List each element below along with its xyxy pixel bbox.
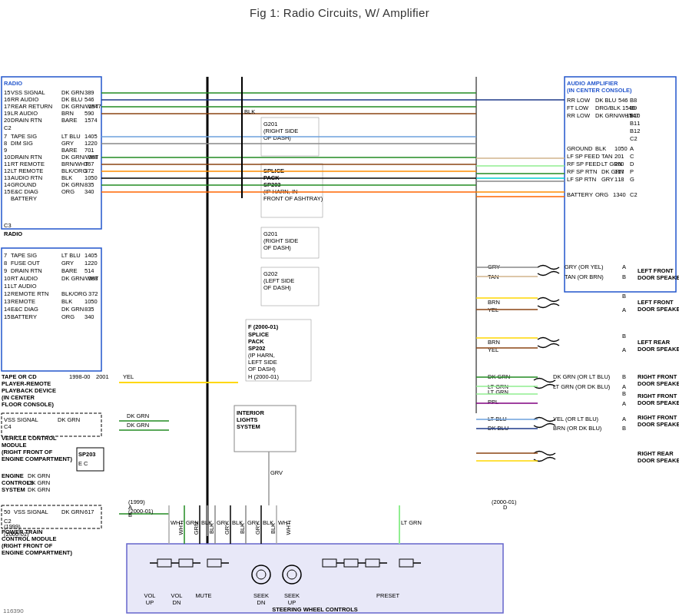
svg-text:RIGHT FRONT: RIGHT FRONT [638,373,677,380]
svg-text:15: 15 [4,188,10,195]
svg-text:7: 7 [4,133,7,140]
svg-text:201: 201 [614,153,624,160]
svg-text:BATTERY: BATTERY [567,191,593,198]
svg-text:(LEFT SIDE: (LEFT SIDE [263,277,294,284]
svg-text:OF DASH): OF DASH) [263,244,291,251]
svg-text:DK GRN: DK GRN [28,479,50,486]
svg-text:YEL (OR LT BLU): YEL (OR LT BLU) [553,416,599,422]
wiring-diagram: RADIO 15 VSS SIGNAL DK GRN 389 16 RR AUD… [0,29,679,616]
svg-text:TAPE SIG: TAPE SIG [11,252,37,259]
svg-text:DK GRN (OR LT BLU): DK GRN (OR LT BLU) [553,373,611,380]
svg-text:DK GRN: DK GRN [127,422,149,429]
svg-text:A: A [622,263,626,270]
svg-text:TAN (OR BRN): TAN (OR BRN) [565,273,604,280]
page-title: Fig 1: Radio Circuits, W/ Amplifier [0,0,679,22]
svg-text:TAN: TAN [601,153,612,160]
svg-text:BATTERY: BATTERY [11,195,37,202]
svg-text:ORG: ORG [61,313,75,320]
svg-text:VSS SIGNAL: VSS SIGNAL [11,89,45,96]
svg-text:LEFT FRONT: LEFT FRONT [638,267,674,274]
svg-text:116390: 116390 [3,608,24,614]
svg-text:BLK: BLK [270,523,277,534]
svg-text:ENGINE: ENGINE [2,472,24,479]
svg-text:DK GRN: DK GRN [58,416,80,423]
svg-text:ENGINE COMPARTMENT): ENGINE COMPARTMENT) [2,549,72,556]
svg-text:GRN: GRN [193,522,200,535]
svg-text:RADIO: RADIO [4,80,22,87]
svg-text:546: 546 [618,97,628,104]
svg-text:A: A [622,383,626,390]
svg-text:REAR RETURN: REAR RETURN [11,103,52,110]
svg-text:DK GRN: DK GRN [28,486,50,493]
svg-text:1405: 1405 [84,252,98,259]
svg-text:UP: UP [146,599,154,606]
svg-text:YEL: YEL [123,373,134,380]
svg-text:GRY: GRY [61,260,74,267]
svg-text:RADIO: RADIO [4,230,22,237]
svg-text:PRESET: PRESET [376,592,399,599]
svg-text:SP203: SP203 [78,451,96,458]
svg-text:340: 340 [84,188,94,195]
svg-text:590: 590 [84,110,94,117]
svg-text:DK GRN: DK GRN [61,89,84,96]
svg-text:117: 117 [614,168,624,175]
svg-text:REMOTE: REMOTE [11,298,35,305]
svg-text:BLK: BLK [61,174,72,181]
svg-text:B: B [622,425,626,432]
svg-text:8: 8 [4,260,7,267]
svg-text:LT REMOTE: LT REMOTE [11,167,43,174]
svg-text:G201: G201 [263,121,277,128]
svg-text:G202: G202 [263,270,277,277]
svg-text:SEEK: SEEK [284,592,300,599]
svg-text:DOOR SPEAKER: DOOR SPEAKER [638,274,679,281]
svg-text:PPL: PPL [488,399,498,406]
svg-text:DK GRN: DK GRN [28,472,50,479]
svg-text:F (2000-01): F (2000-01) [248,323,279,330]
svg-text:BRN (OR DK BLU): BRN (OR DK BLU) [553,425,602,432]
svg-text:(IP HARN,: (IP HARN, [248,352,275,359]
svg-text:BRN: BRN [488,339,500,346]
svg-text:LT BLU: LT BLU [61,252,81,259]
svg-text:P: P [630,168,634,175]
svg-text:GRY (OR YEL): GRY (OR YEL) [565,263,604,270]
svg-text:FT LOW: FT LOW [567,104,589,111]
svg-text:12: 12 [4,290,10,297]
svg-text:701: 701 [84,147,94,154]
svg-text:FLOOR CONSOLE): FLOOR CONSOLE) [2,401,54,408]
svg-text:BLK/ORG: BLK/ORG [61,290,88,297]
svg-text:DRAIN RTN: DRAIN RTN [11,154,42,161]
svg-text:LIGHTS: LIGHTS [237,416,258,423]
svg-text:BRN: BRN [488,299,500,306]
svg-text:368: 368 [88,275,98,282]
svg-text:A: A [622,346,626,353]
svg-text:BLK: BLK [595,145,606,152]
svg-text:DK GRN: DK GRN [127,412,149,419]
svg-text:11: 11 [4,161,10,167]
svg-text:C2: C2 [4,124,12,131]
svg-text:DRG/BLK: DRG/BLK [595,104,621,111]
svg-text:(RIGHT FRONT OF: (RIGHT FRONT OF [2,449,53,455]
svg-text:SEEK: SEEK [253,592,269,599]
svg-text:368: 368 [88,154,98,161]
svg-text:1220: 1220 [84,260,98,267]
svg-text:LF SP FEED: LF SP FEED [567,153,600,160]
svg-text:B8: B8 [630,97,637,104]
svg-text:DOOR SPEAKER: DOOR SPEAKER [638,306,679,313]
svg-text:10: 10 [4,275,10,282]
svg-text:RT REMOTE: RT REMOTE [11,161,45,167]
svg-text:OF DASH): OF DASH) [263,284,291,291]
svg-text:GROUND: GROUND [11,181,37,188]
svg-text:RF SP FEED: RF SP FEED [567,161,601,167]
svg-text:BARE: BARE [61,267,77,274]
svg-text:TAPE OR CD: TAPE OR CD [2,373,37,380]
svg-text:E&C DIAG: E&C DIAG [11,306,38,313]
svg-text:G201: G201 [263,230,277,237]
svg-text:(2000-01): (2000-01) [4,531,29,538]
svg-text:RT AUDIO: RT AUDIO [11,275,38,282]
svg-text:BLK: BLK [61,298,72,305]
svg-text:DOOR SPEAKER: DOOR SPEAKER [638,421,679,428]
svg-text:PACK: PACK [248,338,264,345]
svg-text:DK GRN: DK GRN [61,181,84,188]
svg-text:SYSTEM: SYSTEM [237,423,260,430]
svg-text:1050: 1050 [614,145,628,152]
